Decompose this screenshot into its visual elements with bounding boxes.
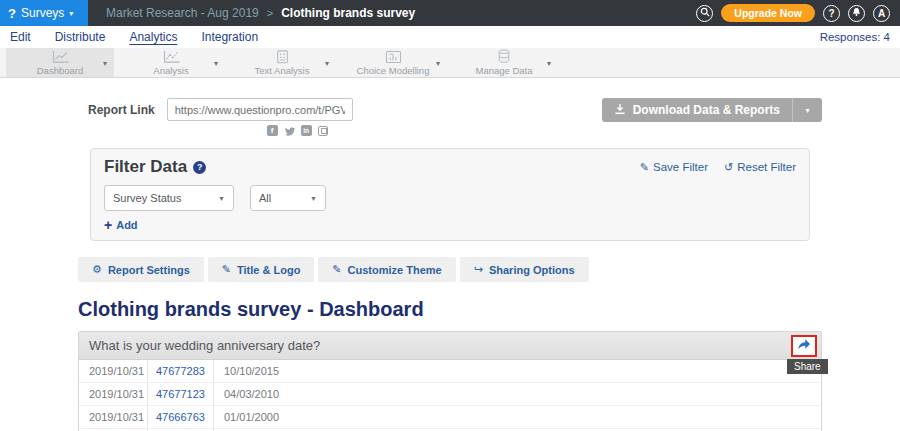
share-question-button[interactable]: [791, 335, 817, 357]
search-button[interactable]: [696, 5, 713, 22]
choice-modelling-dropdown-caret[interactable]: ▾: [436, 58, 440, 67]
nav-edit[interactable]: Edit: [10, 30, 31, 44]
filter-data-panel: Filter Data ? ✎ Save Filter ↺ Reset Filt…: [90, 148, 810, 241]
tab-label: Sharing Options: [489, 264, 575, 276]
question-header: What is your wedding anniversary date? S…: [79, 332, 821, 360]
report-link-input[interactable]: [167, 98, 353, 121]
response-date-cell: 2019/10/31: [79, 383, 148, 405]
linkedin-share-button[interactable]: in: [301, 125, 312, 136]
toolbar-item-label: Choice Modelling: [357, 65, 430, 76]
embed-share-button[interactable]: [318, 125, 329, 136]
toolbar-manage-data[interactable]: Manage Data ▾: [450, 48, 558, 77]
edit-square-icon: ✎: [332, 263, 341, 276]
gear-icon: ⚙: [92, 263, 102, 276]
analysis-dropdown-caret[interactable]: ▾: [214, 58, 218, 67]
linkedin-icon: in: [301, 125, 312, 136]
table-row: 2019/10/31 47666763 01/01/2000: [79, 406, 821, 429]
download-button-label: Download Data & Reports: [633, 103, 780, 117]
dashboard-dropdown-caret[interactable]: ▾: [103, 58, 107, 67]
text-analysis-icon: [275, 50, 290, 64]
response-id-link[interactable]: 47677123: [148, 383, 214, 405]
question-panel: What is your wedding anniversary date? S…: [78, 331, 822, 431]
report-link-row: Report Link f in: [78, 98, 822, 136]
toolbar-dashboard[interactable]: Dashboard ▾: [6, 48, 114, 77]
save-filter-label: Save Filter: [653, 161, 708, 173]
save-filter-link[interactable]: ✎ Save Filter: [640, 161, 708, 174]
top-bar: ? Surveys ▾ Market Research - Aug 2019 >…: [0, 0, 900, 26]
filter-actions: ✎ Save Filter ↺ Reset Filter: [640, 161, 796, 174]
tab-sharing-options[interactable]: ↪ Sharing Options: [460, 257, 589, 282]
help-button[interactable]: ?: [823, 5, 840, 22]
account-avatar[interactable]: A: [873, 5, 890, 22]
download-data-reports-button[interactable]: Download Data & Reports: [602, 98, 792, 122]
breadcrumb-current: Clothing brands survey: [281, 6, 415, 20]
toolbar-text-analysis[interactable]: Text Analysis ▾: [228, 48, 336, 77]
share-arrow-icon: ↪: [474, 263, 483, 276]
analysis-chart-icon: [162, 50, 181, 64]
main-nav: Edit Distribute Analytics Integration Re…: [0, 26, 900, 48]
share-tooltip: Share: [787, 359, 828, 374]
report-link-label: Report Link: [78, 98, 167, 117]
search-icon: [700, 7, 710, 19]
bell-icon: [852, 7, 861, 19]
responses-count: Responses: 4: [820, 31, 890, 43]
manage-data-dropdown-caret[interactable]: ▾: [547, 58, 551, 67]
twitter-icon: [284, 122, 295, 140]
toolbar-analysis[interactable]: Analysis ▾: [117, 48, 225, 77]
dashboard-content: Report Link f in: [78, 98, 822, 431]
toolbar-item-label: Manage Data: [475, 65, 532, 76]
social-share-row: f in: [167, 125, 353, 136]
tab-title-logo[interactable]: ✎ Title & Logo: [208, 257, 315, 282]
add-filter-link[interactable]: + Add: [104, 219, 138, 231]
status-value-select[interactable]: All ▼: [250, 185, 326, 211]
plus-icon: +: [104, 219, 112, 231]
upgrade-now-button[interactable]: Upgrade Now: [721, 4, 815, 22]
questionpro-logo-icon: ?: [8, 6, 16, 21]
twitter-share-button[interactable]: [284, 125, 295, 136]
toolbar-item-label: Text Analysis: [255, 65, 310, 76]
tab-label: Title & Logo: [237, 264, 300, 276]
nav-integration[interactable]: Integration: [201, 30, 258, 44]
tab-report-settings[interactable]: ⚙ Report Settings: [78, 257, 204, 282]
select-caret-icon: ▼: [310, 195, 317, 202]
manage-data-database-icon: [497, 49, 511, 64]
facebook-share-button[interactable]: f: [267, 125, 278, 136]
survey-status-select[interactable]: Survey Status ▼: [104, 185, 234, 211]
text-analysis-dropdown-caret[interactable]: ▾: [325, 58, 329, 67]
dashboard-chart-icon: [51, 50, 70, 64]
download-button-group: Download Data & Reports ▾: [602, 98, 822, 122]
answer-cell: 10/10/2015: [214, 365, 279, 377]
notifications-button[interactable]: [848, 5, 865, 22]
report-link-column: f in: [167, 98, 353, 136]
download-icon: [614, 103, 626, 118]
breadcrumb: Market Research - Aug 2019 > Clothing br…: [106, 0, 415, 26]
response-id-link[interactable]: 47666763: [148, 406, 214, 428]
share-control: Share: [791, 335, 817, 357]
surveys-product-menu[interactable]: ? Surveys ▾: [0, 0, 88, 26]
responses-table: 2019/10/31 47677283 10/10/2015 2019/10/3…: [79, 360, 821, 431]
toolbar-choice-modelling[interactable]: Choice Modelling ▾: [339, 48, 447, 77]
add-filter-label: Add: [116, 219, 137, 231]
tab-label: Report Settings: [108, 264, 190, 276]
filter-help-icon[interactable]: ?: [193, 161, 206, 174]
analytics-toolbar: Dashboard ▾ Analysis ▾ Text Analysis ▾ C…: [0, 48, 900, 78]
status-value: All: [259, 192, 296, 204]
question-title: What is your wedding anniversary date?: [89, 338, 320, 353]
reset-filter-link[interactable]: ↺ Reset Filter: [724, 161, 796, 174]
nav-analytics[interactable]: Analytics: [129, 30, 177, 44]
reset-arrow-icon: ↺: [724, 161, 733, 174]
survey-status-value: Survey Status: [113, 192, 204, 204]
tab-label: Customize Theme: [348, 264, 442, 276]
response-date-cell: 2019/10/31: [79, 360, 148, 382]
topbar-actions: Upgrade Now ? A: [696, 0, 900, 26]
nav-distribute[interactable]: Distribute: [55, 30, 106, 44]
product-name: Surveys: [21, 6, 64, 20]
tab-customize-theme[interactable]: ✎ Customize Theme: [318, 257, 455, 282]
breadcrumb-separator: >: [267, 7, 273, 19]
edit-square-icon: ✎: [222, 263, 231, 276]
response-id-link[interactable]: 47677283: [148, 360, 214, 382]
breadcrumb-parent-link[interactable]: Market Research - Aug 2019: [106, 6, 259, 20]
reset-filter-label: Reset Filter: [737, 161, 796, 173]
download-options-caret[interactable]: ▾: [792, 98, 822, 122]
page-title: Clothing brands survey - Dashboard: [78, 298, 822, 321]
